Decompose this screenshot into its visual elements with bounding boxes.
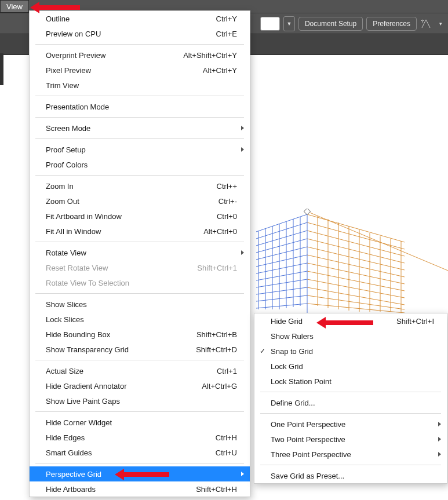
menu-trim[interactable]: Trim View (30, 78, 250, 93)
submenu-one-pt[interactable]: One Point Perspective (254, 417, 447, 432)
svg-line-30 (256, 279, 307, 287)
svg-line-4 (307, 239, 405, 263)
menu-separator (35, 463, 244, 463)
submenu-lock-grid[interactable]: Lock Grid (254, 359, 447, 374)
menu-view-label: View (6, 2, 23, 11)
menu-rotate-sel: Rotate View To Selection (30, 275, 250, 290)
menu-separator (35, 44, 244, 45)
menu-hide-artboards[interactable]: Hide ArtboardsShift+Ctrl+H (30, 481, 250, 497)
menu-proof-colors[interactable]: Proof Colors (30, 157, 250, 172)
svg-line-3 (307, 231, 405, 256)
svg-line-33 (256, 304, 307, 308)
submenu-lock-station[interactable]: Lock Station Point (254, 374, 447, 389)
svg-line-23 (256, 222, 307, 239)
menu-show-lpg[interactable]: Show Live Paint Gaps (30, 393, 250, 408)
svg-line-2 (307, 222, 405, 249)
menu-show-slices[interactable]: Show Slices (30, 297, 250, 312)
submenu-show-rulers[interactable]: Show Rulers (254, 329, 447, 344)
annotation-arrow-perspective-grid (124, 472, 169, 477)
menu-fit-all[interactable]: Fit All in WindowAlt+Ctrl+0 (30, 224, 250, 239)
menu-separator (35, 242, 244, 242)
preferences-button[interactable]: Preferences (366, 17, 417, 31)
menu-separator (35, 293, 244, 294)
menu-proof-setup[interactable]: Proof Setup (30, 142, 250, 157)
svg-line-24 (256, 231, 307, 246)
menu-hide-bbox[interactable]: Hide Bounding BoxShift+Ctrl+B (30, 327, 250, 342)
menu-preview-cpu[interactable]: Preview on CPUCtrl+E (30, 26, 250, 41)
svg-line-25 (256, 239, 307, 253)
menu-screen-mode[interactable]: Screen Mode (30, 121, 250, 136)
menu-separator (260, 413, 441, 414)
menu-separator (260, 465, 441, 465)
perspective-grid-submenu: Hide GridShift+Ctrl+I Show Rulers Snap t… (254, 313, 447, 484)
menu-view[interactable]: View (0, 0, 29, 13)
dock-edge (0, 53, 3, 85)
menu-hide-grad[interactable]: Hide Gradient AnnotatorAlt+Ctrl+G (30, 378, 250, 393)
submenu-three-pt[interactable]: Three Point Perspective (254, 447, 447, 462)
annotation-arrow-view (39, 5, 80, 10)
submenu-two-pt[interactable]: Two Point Perspective (254, 432, 447, 447)
submenu-save-preset[interactable]: Save Grid as Preset... (254, 468, 447, 483)
svg-line-1 (307, 214, 405, 242)
svg-line-26 (256, 247, 307, 260)
svg-rect-42 (304, 209, 310, 215)
menu-outline[interactable]: OutlineCtrl+Y (30, 11, 250, 26)
menu-hide-edges[interactable]: Hide EdgesCtrl+H (30, 430, 250, 445)
menu-zoom-out[interactable]: Zoom OutCtrl+- (30, 194, 250, 209)
menu-separator (35, 360, 244, 360)
more-dropdown-icon[interactable]: ▾ (435, 17, 446, 31)
menu-rotate-view[interactable]: Rotate View (30, 245, 250, 260)
svg-line-31 (256, 287, 307, 294)
menu-separator (35, 411, 244, 412)
menu-hide-corner[interactable]: Hide Corner Widget (30, 415, 250, 430)
document-setup-button[interactable]: Document Setup (298, 17, 363, 31)
svg-line-12 (307, 304, 405, 313)
svg-line-32 (256, 295, 307, 301)
menu-separator (35, 138, 244, 139)
menu-reset-rotate: Reset Rotate ViewShift+Ctrl+1 (30, 260, 250, 275)
color-swatch[interactable] (260, 17, 280, 31)
menu-presentation[interactable]: Presentation Mode (30, 99, 250, 114)
svg-line-9 (307, 279, 405, 298)
menu-separator (35, 96, 244, 96)
menu-actual-size[interactable]: Actual SizeCtrl+1 (30, 363, 250, 378)
annotation-arrow-hide-grid (326, 320, 373, 325)
menu-separator (35, 175, 244, 176)
menu-separator (260, 392, 441, 392)
menu-separator (35, 117, 244, 118)
menu-fit-artboard[interactable]: Fit Artboard in WindowCtrl+0 (30, 209, 250, 224)
svg-line-22 (256, 214, 307, 232)
menu-show-transp[interactable]: Show Transparency GridShift+Ctrl+D (30, 342, 250, 357)
menu-pixel[interactable]: Pixel PreviewAlt+Ctrl+Y (30, 63, 250, 78)
menu-overprint[interactable]: Overprint PreviewAlt+Shift+Ctrl+Y (30, 48, 250, 63)
widget-icon[interactable] (420, 18, 432, 30)
menu-smart-guides[interactable]: Smart GuidesCtrl+U (30, 445, 250, 460)
submenu-define-grid[interactable]: Define Grid... (254, 395, 447, 410)
submenu-snap-grid[interactable]: Snap to Grid (254, 344, 447, 359)
menu-lock-slices[interactable]: Lock Slices (30, 312, 250, 327)
swatch-dropdown-icon[interactable]: ▼ (283, 16, 295, 31)
menu-zoom-in[interactable]: Zoom InCtrl++ (30, 178, 250, 194)
view-menu-dropdown: OutlineCtrl+Y Preview on CPUCtrl+E Overp… (29, 10, 250, 497)
svg-line-29 (256, 271, 307, 280)
